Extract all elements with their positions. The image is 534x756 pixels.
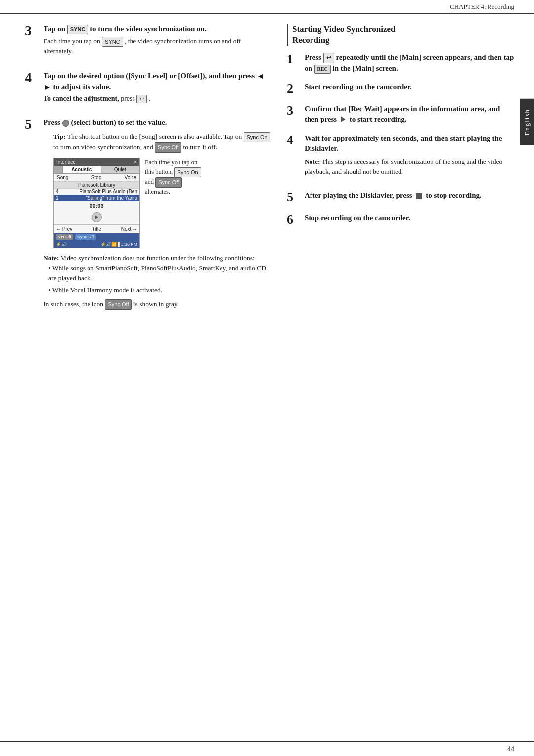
note-intro: Note: Video synchronization does not fun… bbox=[44, 253, 272, 263]
screenshot-area: Interface × Acoustic Quiet Song Stop bbox=[53, 158, 272, 248]
screen-status: ⚡🔊 ⚡🔊📶▐ 3:36 PM bbox=[54, 241, 139, 248]
screen-tabs: Acoustic Quiet bbox=[54, 166, 139, 174]
song-voice-row: Song Stop Voice bbox=[54, 174, 139, 182]
select-button-icon bbox=[62, 120, 69, 127]
step-3-rest: to turn the video synchronization on. bbox=[90, 25, 207, 33]
right-step-5-title: After playing the Disklavier, press to s… bbox=[305, 190, 514, 201]
screen-row-1: 4 PianoSoft Plus Audio (Den bbox=[54, 189, 139, 195]
scroll-indicator bbox=[54, 166, 63, 173]
main-content: 3 Tap on SYNC to turn the video synchron… bbox=[0, 14, 534, 334]
caption-sync-on: Sync On bbox=[174, 167, 201, 178]
rec-badge: REC bbox=[314, 65, 331, 74]
step-3: 3 Tap on SYNC to turn the video synchron… bbox=[25, 24, 272, 62]
acoustic-tab[interactable]: Acoustic bbox=[63, 166, 101, 173]
step-3-sub-note: Each time you tap on SYNC , the video sy… bbox=[44, 36, 272, 56]
language-tab: English bbox=[520, 99, 534, 145]
arrow-right-icon: ► bbox=[44, 83, 51, 92]
quiet-tab[interactable]: Quiet bbox=[101, 166, 140, 173]
bullet-2: While Vocal Harmony mode is activated. bbox=[48, 285, 272, 295]
back-menu-icon: ↩ bbox=[323, 53, 334, 63]
right-step-3: 3 Confirm that [Rec Wait] appears in the… bbox=[287, 104, 514, 125]
page-header: CHAPTER 4: Recording bbox=[0, 0, 534, 14]
right-step-2-content: Start recording on the camcorder. bbox=[305, 82, 514, 92]
right-step-4-note: Note: This step is necessary for synchro… bbox=[305, 157, 514, 177]
screen-title-bar: Interface × bbox=[54, 158, 139, 166]
circle-nav-area bbox=[54, 210, 139, 224]
screenshot-caption: Each time you tap on this button, Sync O… bbox=[145, 158, 201, 197]
right-step-3-content: Confirm that [Rec Wait] appears in the i… bbox=[305, 104, 514, 125]
circle-btn[interactable] bbox=[92, 212, 102, 222]
step-4: 4 Tap on the desired option ([Sync Level… bbox=[25, 71, 272, 109]
right-step-3-number: 3 bbox=[287, 104, 301, 118]
right-step-2-title: Start recording on the camcorder. bbox=[305, 82, 514, 92]
step-3-content: Tap on SYNC to turn the video synchroniz… bbox=[44, 24, 272, 62]
play-inner-icon bbox=[95, 215, 98, 219]
right-step-2-number: 2 bbox=[287, 82, 301, 96]
sync-off-gray-btn: Sync Off bbox=[105, 299, 132, 310]
right-step-6-title: Stop recording on the camcorder. bbox=[305, 213, 514, 223]
right-step-2: 2 Start recording on the camcorder. bbox=[287, 82, 514, 96]
right-step-1-number: 1 bbox=[287, 52, 301, 67]
right-step-6-number: 6 bbox=[287, 213, 301, 227]
right-step-5-content: After playing the Disklavier, press to s… bbox=[305, 190, 514, 201]
page-footer: 44 bbox=[0, 741, 534, 756]
step-3-title: Tap on SYNC to turn the video synchroniz… bbox=[44, 24, 272, 34]
screen-bottom-bar: VH Off Sync Off bbox=[54, 233, 139, 241]
right-step-1: 1 Press ↩ repeatedly until the [Main] sc… bbox=[287, 52, 514, 74]
page-number: 44 bbox=[507, 745, 514, 753]
cancel-adjustment-line: To cancel the adjustment, press ↩ . bbox=[44, 95, 272, 103]
right-step-4: 4 Wait for approximately ten seconds, an… bbox=[287, 133, 514, 183]
right-step-4-title: Wait for approximately ten seconds, and … bbox=[305, 133, 514, 154]
step-4-number: 4 bbox=[25, 71, 40, 85]
sync-inline-btn: SYNC bbox=[102, 37, 123, 47]
right-step-5-number: 5 bbox=[287, 190, 301, 205]
library-label: Pianosoft Library bbox=[54, 182, 139, 189]
chapter-label: CHAPTER 4: Recording bbox=[450, 3, 514, 10]
tip-box: Tip: The shortcut button on the [Song] s… bbox=[53, 132, 272, 152]
right-step-1-content: Press ↩ repeatedly until the [Main] scre… bbox=[305, 52, 514, 74]
note-box: Note: Video synchronization does not fun… bbox=[44, 253, 272, 310]
right-step-1-title: Press ↩ repeatedly until the [Main] scre… bbox=[305, 52, 514, 74]
screen-row-2: 1 "Sailing" from the Yama bbox=[54, 195, 139, 201]
step-5-content: Press (select button) to set the value. … bbox=[44, 117, 272, 315]
right-step-5: 5 After playing the Disklavier, press to… bbox=[287, 190, 514, 205]
step-5: 5 Press (select button) to set the value… bbox=[25, 117, 272, 315]
vh-off-btn[interactable]: VH Off bbox=[56, 234, 73, 240]
screen-time: 00:03 bbox=[54, 201, 139, 210]
right-column: Starting Video Synchronized Recording 1 … bbox=[287, 24, 514, 325]
screen-nav: ← Prev Title Next → bbox=[54, 224, 139, 233]
step-3-number: 3 bbox=[25, 24, 40, 38]
step-3-tap-on: Tap on bbox=[44, 25, 65, 33]
right-step-6-content: Stop recording on the camcorder. bbox=[305, 213, 514, 223]
right-step-6: 6 Stop recording on the camcorder. bbox=[287, 213, 514, 227]
note-bullets: While songs on SmartPianoSoft, PianoSoft… bbox=[48, 263, 272, 295]
sync-off-btn-screen[interactable]: Sync Off bbox=[75, 234, 96, 240]
bullet-1: While songs on SmartPianoSoft, PianoSoft… bbox=[48, 263, 272, 284]
step-5-number: 5 bbox=[25, 117, 40, 131]
sync-button-label: SYNC bbox=[67, 25, 89, 34]
arrow-left-icon: ◄ bbox=[257, 72, 265, 80]
step-4-content: Tap on the desired option ([Sync Level] … bbox=[44, 71, 272, 109]
right-step-4-number: 4 bbox=[287, 133, 301, 147]
step-4-title: Tap on the desired option ([Sync Level] … bbox=[44, 71, 272, 94]
screen-mockup: Interface × Acoustic Quiet Song Stop bbox=[53, 158, 140, 248]
in-such-line: In such cases, the icon Sync Off is show… bbox=[44, 299, 272, 310]
left-column: 3 Tap on SYNC to turn the video synchron… bbox=[25, 24, 272, 325]
right-step-3-title: Confirm that [Rec Wait] appears in the i… bbox=[305, 104, 514, 125]
section-heading: Starting Video Synchronized Recording bbox=[287, 24, 514, 46]
caption-sync-off: Sync Off bbox=[155, 177, 182, 188]
sync-off-tip-btn: Sync Off bbox=[155, 142, 181, 153]
back-button: ↩ bbox=[136, 95, 147, 103]
step-5-title: Press (select button) to set the value. bbox=[44, 117, 272, 128]
right-steps-area: 1 Press ↩ repeatedly until the [Main] sc… bbox=[287, 52, 514, 227]
right-step-4-content: Wait for approximately ten seconds, and … bbox=[305, 133, 514, 183]
stop-icon bbox=[416, 193, 422, 199]
sync-on-tip-btn: Sync On bbox=[244, 132, 270, 142]
play-icon bbox=[341, 115, 346, 125]
